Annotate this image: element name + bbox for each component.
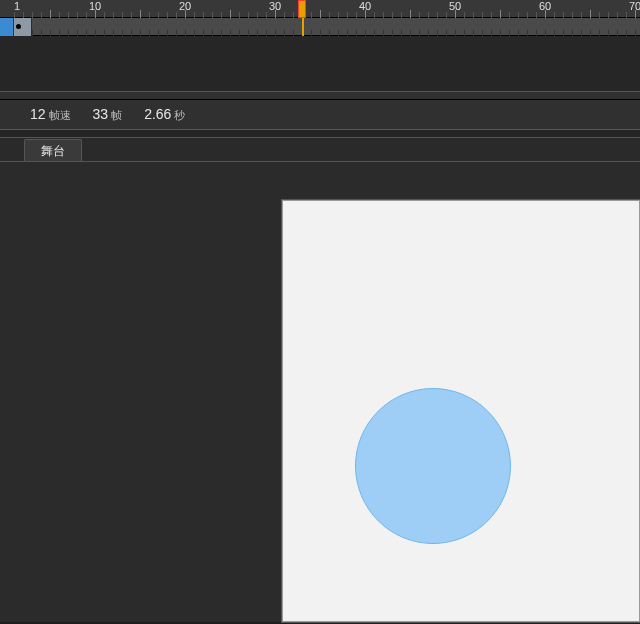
- time-value: 2.66: [144, 106, 171, 122]
- current-frame-display: 33 帧: [93, 106, 123, 123]
- timeline-track[interactable]: [0, 18, 640, 36]
- playhead-line[interactable]: [302, 18, 304, 36]
- ruler-label: 1: [14, 0, 20, 12]
- playhead-marker[interactable]: [298, 0, 306, 18]
- panel-divider: [0, 130, 640, 138]
- timeline-controls-row: [0, 92, 640, 100]
- frame-value: 33: [93, 106, 109, 122]
- elapsed-time-display: 2.66 秒: [144, 106, 185, 123]
- fps-value: 12: [30, 106, 46, 122]
- time-unit: 秒: [174, 108, 185, 123]
- shape-circle[interactable]: [355, 388, 511, 544]
- stage-panel[interactable]: [0, 162, 640, 622]
- fps-display: 12 帧速: [30, 106, 71, 123]
- tab-bar: 舞台: [0, 138, 640, 162]
- timeline-empty-area: [0, 36, 640, 92]
- keyframe-dot-icon[interactable]: [16, 24, 21, 29]
- timeline-ruler[interactable]: 110203040506070: [0, 0, 640, 18]
- fps-unit: 帧速: [49, 108, 71, 123]
- tab-stage[interactable]: 舞台: [24, 139, 82, 161]
- timeline-status-bar: 12 帧速 33 帧 2.66 秒: [0, 100, 640, 130]
- tween-span[interactable]: [14, 18, 32, 36]
- stage-canvas[interactable]: [282, 200, 640, 622]
- frame-unit: 帧: [111, 108, 122, 123]
